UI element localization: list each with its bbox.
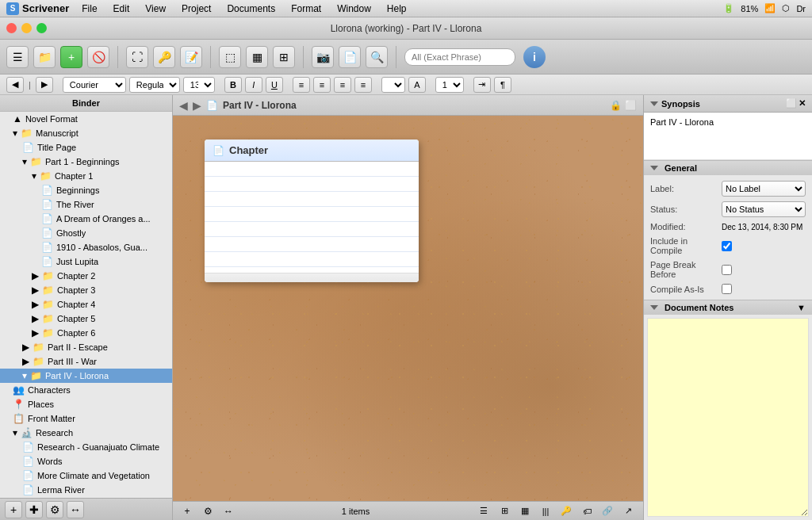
compile-button[interactable]: 📄 — [339, 46, 361, 68]
note-card[interactable]: 📄 Chapter — [205, 140, 419, 282]
binder-item-chapter3[interactable]: ▶ 📁 Chapter 3 — [0, 283, 172, 297]
inspector-expand-icon[interactable]: ⬜ — [786, 98, 797, 109]
align-center-button[interactable]: ≡ — [313, 77, 331, 93]
info-button[interactable]: i — [523, 46, 546, 68]
binder-item-title-page[interactable]: 📄 Title Page — [0, 140, 172, 155]
binder-item-characters[interactable]: 👥 Characters — [0, 383, 172, 397]
binder-item-novel-format[interactable]: ▲ Novel Format — [0, 112, 172, 126]
split-view-icon[interactable]: ⬜ — [625, 100, 637, 111]
font-weight-select[interactable]: Regular — [129, 77, 180, 93]
close-button[interactable] — [6, 23, 17, 33]
underline-button[interactable]: U — [266, 77, 283, 93]
compile-as-is-checkbox[interactable] — [722, 284, 732, 294]
binder-item-part2[interactable]: ▶ 📁 Part II - Escape — [0, 340, 172, 354]
menu-format[interactable]: Format — [288, 3, 324, 14]
link-view-icon[interactable]: 🔗 — [599, 504, 616, 518]
label-select[interactable]: No Label — [722, 181, 806, 197]
synopsis-text[interactable]: Part IV - Llorona — [644, 113, 812, 160]
binder-item-more-climate[interactable]: 📄 More Climate and Vegetation — [0, 468, 172, 483]
align-left-button[interactable]: ≡ — [293, 77, 310, 93]
full-screen-button[interactable]: ⛶ — [126, 46, 148, 68]
list-view-icon[interactable]: ☰ — [475, 504, 492, 518]
statusbar-filter-button[interactable]: ↔ — [220, 504, 236, 518]
filter-button[interactable]: ↔ — [67, 501, 84, 518]
italic-button[interactable]: I — [245, 77, 262, 93]
cork-view-icon[interactable]: ⊞ — [496, 504, 513, 518]
edit-scrivenings-button[interactable]: 📝 — [180, 46, 202, 68]
view-group-button[interactable]: ⬚ — [219, 46, 241, 68]
bold-button[interactable]: B — [224, 77, 242, 93]
cork-board-button[interactable]: 🔑 — [153, 46, 175, 68]
app-menu[interactable]: S Scrivener — [6, 2, 69, 15]
binder-item-part3[interactable]: ▶ 📁 Part III - War — [0, 354, 172, 369]
binder-item-chapter6[interactable]: ▶ 📁 Chapter 6 — [0, 326, 172, 340]
menu-documents[interactable]: Documents — [224, 3, 278, 14]
binder-item-the-river[interactable]: 📄 The River — [0, 197, 172, 212]
status-select[interactable]: No Status — [722, 201, 806, 217]
nav-back-button[interactable]: ◀ — [6, 77, 24, 93]
binder-item-words[interactable]: 📄 Words — [0, 454, 172, 468]
add-item-button[interactable]: + — [5, 501, 22, 518]
binder-item-places[interactable]: 📍 Places — [0, 397, 172, 411]
minimize-button[interactable] — [21, 23, 32, 33]
maximize-button[interactable] — [36, 23, 47, 33]
justify-button[interactable]: ≡ — [354, 77, 372, 93]
add-group-button[interactable]: ✚ — [25, 501, 43, 518]
binder-item-research-guanajuato[interactable]: 📄 Research - Guanajuato Climate — [0, 440, 172, 454]
doc-notes-textarea[interactable] — [647, 318, 809, 517]
include-compile-checkbox[interactable] — [722, 241, 732, 251]
settings-button[interactable]: ⚙ — [46, 501, 63, 518]
menu-help[interactable]: Help — [384, 3, 410, 14]
binder-item-chapter5[interactable]: ▶ 📁 Chapter 5 — [0, 312, 172, 326]
delete-button[interactable]: 🚫 — [87, 46, 109, 68]
tag-view-icon[interactable]: 🏷 — [578, 504, 596, 518]
binder-item-part1[interactable]: ▾ 📁 Part 1 - Beginnings — [0, 155, 172, 169]
binder-toggle-button[interactable]: ☰ — [6, 46, 29, 68]
doc-notes-dropdown-icon[interactable]: ▼ — [797, 303, 806, 312]
add-document-button[interactable]: + — [60, 46, 82, 68]
list-style-select[interactable]: abc — [381, 77, 405, 93]
line-spacing-select[interactable]: 1.0 — [435, 77, 464, 93]
lock-icon[interactable]: 🔒 — [610, 100, 622, 111]
binder-item-ghostly[interactable]: 📄 Ghostly — [0, 226, 172, 240]
key-view-icon[interactable]: 🔑 — [557, 504, 575, 518]
columns-view-icon[interactable]: ||| — [537, 504, 554, 518]
outline-view-icon[interactable]: ▦ — [516, 504, 534, 518]
text-color-button[interactable]: A — [408, 77, 426, 93]
font-family-select[interactable]: Courier — [63, 77, 126, 93]
editor-forward-button[interactable]: ▶ — [193, 99, 201, 112]
binder-item-dream[interactable]: 📄 A Dream of Oranges a... — [0, 212, 172, 226]
binder-item-1910[interactable]: 📄 1910 - Abasolos, Gua... — [0, 240, 172, 254]
binder-item-chapter4[interactable]: ▶ 📁 Chapter 4 — [0, 297, 172, 312]
binder-item-beginnings[interactable]: 📄 Beginnings — [0, 183, 172, 197]
paragraph-spacing-button[interactable]: ¶ — [494, 77, 511, 93]
binder-item-chapter1[interactable]: ▾ 📁 Chapter 1 — [0, 169, 172, 183]
menu-window[interactable]: Window — [334, 3, 374, 14]
menu-file[interactable]: File — [79, 3, 100, 14]
export-icon[interactable]: ↗ — [619, 504, 637, 518]
binder-item-lerma-river[interactable]: 📄 Lerma River — [0, 483, 172, 497]
statusbar-options-button[interactable]: ⚙ — [200, 504, 216, 518]
binder-item-research[interactable]: ▾ 🔬 Research — [0, 426, 172, 440]
binder-item-front-matter[interactable]: 📋 Front Matter — [0, 411, 172, 426]
new-folder-button[interactable]: 📁 — [33, 46, 56, 68]
corkboard-view-button[interactable]: ⊞ — [273, 46, 295, 68]
statusbar-add-button[interactable]: + — [179, 504, 195, 518]
align-right-button[interactable]: ≡ — [334, 77, 351, 93]
binder-item-chapter2[interactable]: ▶ 📁 Chapter 2 — [0, 269, 172, 283]
menu-edit[interactable]: Edit — [110, 3, 133, 14]
outliner-button[interactable]: ▦ — [246, 46, 268, 68]
note-card-body[interactable] — [205, 162, 419, 273]
menu-view[interactable]: View — [142, 3, 169, 14]
search-input[interactable] — [404, 48, 515, 66]
nav-forward-button[interactable]: ▶ — [36, 77, 53, 93]
binder-item-manuscript[interactable]: ▾ 📁 Manuscript — [0, 126, 172, 140]
zoom-button[interactable]: 🔍 — [366, 46, 388, 68]
indent-button[interactable]: ⇥ — [473, 77, 491, 93]
snapshot-button[interactable]: 📷 — [312, 46, 334, 68]
binder-item-part4[interactable]: ▾ 📁 Part IV - Llorona — [0, 369, 172, 383]
page-break-checkbox[interactable] — [722, 265, 732, 275]
menu-project[interactable]: Project — [178, 3, 214, 14]
editor-back-button[interactable]: ◀ — [179, 99, 188, 112]
inspector-close-icon[interactable]: ✕ — [799, 98, 806, 109]
